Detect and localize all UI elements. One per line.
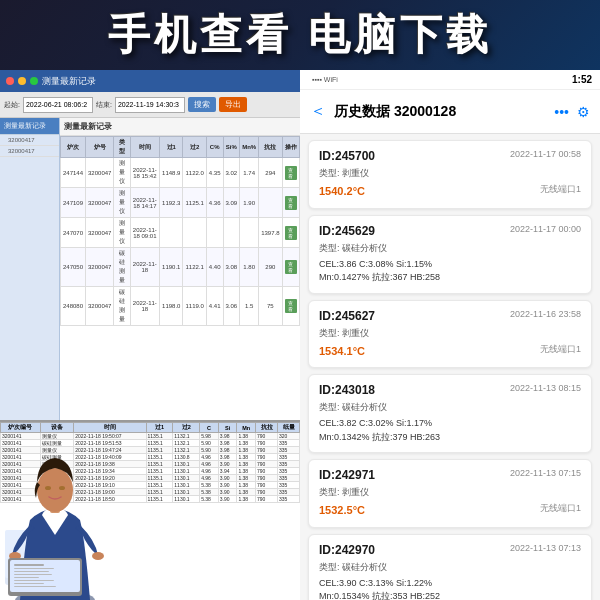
woman-figure: [0, 440, 130, 600]
desktop-toolbar: 起始: 结束: 搜索 导出: [0, 92, 300, 118]
record-date-1: 2022-11-17 00:58: [510, 149, 581, 159]
svg-rect-12: [14, 568, 54, 569]
record-card-3[interactable]: ID:245627 2022-11-16 23:58 类型: 剥重仪 1534.…: [308, 300, 592, 369]
svg-rect-13: [14, 571, 49, 572]
record-card-5[interactable]: ID:242971 2022-11-13 07:15 类型: 剥重仪 1532.…: [308, 459, 592, 528]
record-date-3: 2022-11-16 23:58: [510, 309, 581, 319]
svg-rect-14: [14, 574, 52, 575]
record-id-5: ID:242971: [319, 468, 375, 482]
record-port-3: 无线端口1: [540, 343, 581, 357]
sheet-col-kl: 抗拉: [256, 423, 278, 433]
col-header-furnace: 炉次: [61, 137, 86, 158]
col-header-type: 类型: [114, 137, 130, 158]
record-detail-4: CEL:3.82 C:3.02% Si:1.17% Mn:0.1342% 抗拉:…: [319, 417, 581, 444]
close-btn[interactable]: [6, 77, 14, 85]
record-port-5: 无线端口1: [540, 502, 581, 516]
search-button[interactable]: 搜索: [188, 97, 216, 112]
col-header-s: 抗拉: [259, 137, 282, 158]
record-type-1: 类型: 剥重仪: [319, 167, 581, 180]
maximize-btn[interactable]: [30, 77, 38, 85]
svg-point-8: [92, 552, 104, 560]
record-type-6: 类型: 碳硅分析仪: [319, 561, 581, 574]
top-banner: 手机查看 电脑下载: [0, 0, 600, 70]
sidebar-subitem-1[interactable]: 32000417: [0, 135, 59, 146]
col-header-id: 炉号: [86, 137, 114, 158]
sheet-col-time: 时间: [74, 423, 146, 433]
banner-text: 手机查看 电脑下载: [108, 7, 492, 63]
view-btn-5[interactable]: 查看: [285, 299, 297, 313]
view-btn-1[interactable]: 查看: [285, 166, 297, 180]
date-from-input[interactable]: [23, 97, 93, 113]
status-time: 1:52: [572, 74, 592, 85]
topbar-title: 测量最新记录: [42, 75, 294, 88]
record-type-5: 类型: 剥重仪: [319, 486, 581, 499]
record-detail-5: 1532.5°C 无线端口1: [319, 502, 581, 519]
table-row: 248080 3200047 碳硅测量 2022-11-18 1198.0 11…: [61, 287, 300, 326]
left-panel: 测量最新记录 起始: 结束: 搜索 导出 测量最新记录 32000417 320…: [0, 70, 300, 600]
export-button[interactable]: 导出: [219, 97, 247, 112]
record-type-3: 类型: 剥重仪: [319, 327, 581, 340]
svg-rect-17: [14, 583, 44, 584]
data-table: 炉次 炉号 类型 时间 过1 过2 C% Si% Mn% 抗拉 操作: [60, 136, 300, 326]
record-header-5: ID:242971 2022-11-13 07:15: [319, 468, 581, 482]
record-id-4: ID:243018: [319, 383, 375, 397]
back-button[interactable]: ＜: [310, 101, 326, 122]
record-card-1[interactable]: ID:245700 2022-11-17 00:58 类型: 剥重仪 1540.…: [308, 140, 592, 209]
date-from-label: 起始:: [4, 100, 20, 110]
record-header-3: ID:245627 2022-11-16 23:58: [319, 309, 581, 323]
record-card-2[interactable]: ID:245629 2022-11-17 00:00 类型: 碳硅分析仪 CEL…: [308, 215, 592, 294]
sheet-col-id: 炉次编号: [1, 423, 41, 433]
view-btn-3[interactable]: 查看: [285, 226, 297, 240]
mobile-header: ＜ 历史数据 32000128 ••• ⚙: [300, 90, 600, 134]
record-type-4: 类型: 碳硅分析仪: [319, 401, 581, 414]
more-button[interactable]: •••: [554, 104, 569, 120]
record-temp-3: 1534.1°C: [319, 345, 365, 357]
view-btn-2[interactable]: 查看: [285, 196, 297, 210]
col-header-c1: 过1: [160, 137, 183, 158]
date-to-label: 结束:: [96, 100, 112, 110]
woman-svg: [0, 440, 130, 600]
record-card-6[interactable]: ID:242970 2022-11-13 07:13 类型: 碳硅分析仪 CEL…: [308, 534, 592, 601]
sidebar-item-latest[interactable]: 测量最新记录: [0, 118, 59, 135]
record-detail-1: 1540.2°C 无线端口1: [319, 183, 581, 200]
record-id-6: ID:242970: [319, 543, 375, 557]
record-id-1: ID:245700: [319, 149, 375, 163]
sidebar-subitem-2[interactable]: 32000417: [0, 146, 59, 157]
desktop-topbar: 测量最新记录: [0, 70, 300, 92]
record-type-2: 类型: 碳硅分析仪: [319, 242, 581, 255]
svg-point-4: [37, 468, 73, 512]
mobile-records[interactable]: ID:245700 2022-11-17 00:58 类型: 剥重仪 1540.…: [300, 134, 600, 600]
col-header-c3: C%: [206, 137, 223, 158]
sheet-col-device: 设备: [40, 423, 74, 433]
right-panel: ▪▪▪▪ WiFi 1:52 ＜ 历史数据 32000128 ••• ⚙ ID:…: [300, 70, 600, 600]
mobile-title: 历史数据 32000128: [334, 103, 546, 121]
record-chem2-2: Mn:0.1427% 抗拉:367 HB:258: [319, 271, 581, 285]
sheet-col-mn: Mn: [237, 423, 256, 433]
record-date-2: 2022-11-17 00:00: [510, 224, 581, 234]
col-header-si: Si%: [223, 137, 240, 158]
record-card-4[interactable]: ID:243018 2022-11-13 08:15 类型: 碳硅分析仪 CEL…: [308, 374, 592, 453]
record-header-6: ID:242970 2022-11-13 07:13: [319, 543, 581, 557]
minimize-btn[interactable]: [18, 77, 26, 85]
table-row: 247050 3200047 碳硅测量 2022-11-18 1190.1 11…: [61, 248, 300, 287]
record-header-4: ID:243018 2022-11-13 08:15: [319, 383, 581, 397]
record-date-5: 2022-11-13 07:15: [510, 468, 581, 478]
record-detail-2: CEL:3.86 C:3.08% Si:1.15% Mn:0.1427% 抗拉:…: [319, 258, 581, 285]
sheet-col-t1: 过1: [146, 423, 173, 433]
svg-rect-16: [14, 580, 54, 581]
record-chem-2: CEL:3.86 C:3.08% Si:1.15%: [319, 258, 581, 272]
record-temp-5: 1532.5°C: [319, 504, 365, 516]
sheet-col-si: Si: [218, 423, 237, 433]
sheet-col-t2: 过2: [173, 423, 200, 433]
view-btn-4[interactable]: 查看: [285, 260, 297, 274]
record-date-4: 2022-11-13 08:15: [510, 383, 581, 393]
table-row: 247109 3200047 测量仪 2022-11-18 14:17 1192…: [61, 188, 300, 218]
svg-rect-15: [14, 577, 39, 578]
col-header-mn: Mn%: [240, 137, 259, 158]
date-to-input[interactable]: [115, 97, 185, 113]
settings-icon[interactable]: ⚙: [577, 104, 590, 120]
sheet-col-c: C: [200, 423, 219, 433]
record-date-6: 2022-11-13 07:13: [510, 543, 581, 553]
record-detail-3: 1534.1°C 无线端口1: [319, 343, 581, 360]
svg-point-5: [45, 486, 51, 490]
